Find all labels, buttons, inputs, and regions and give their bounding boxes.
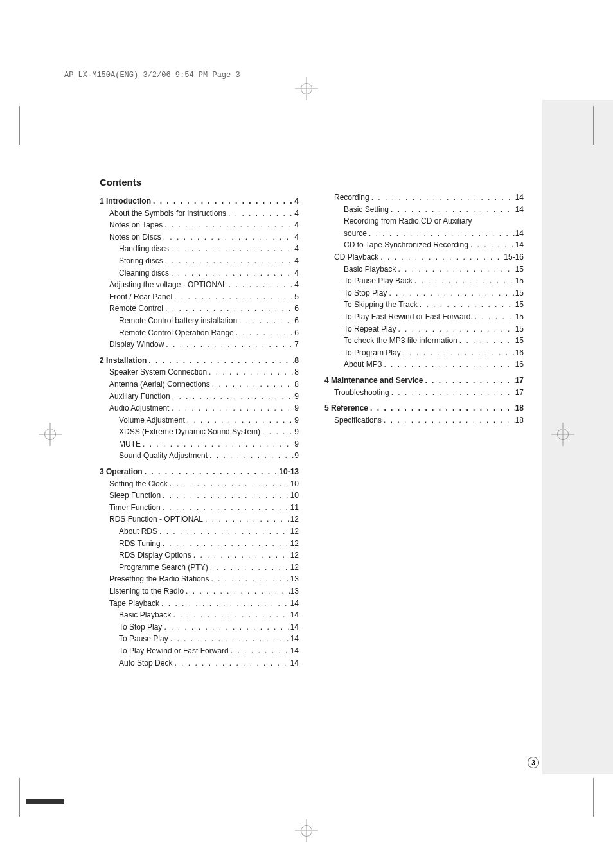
toc-line: Basic Setting14: [324, 204, 524, 216]
toc-label: About RDS: [119, 526, 157, 538]
toc-page: 18: [515, 414, 524, 427]
toc-page: 15-16: [504, 251, 524, 263]
toc-line: Storing discs4: [100, 255, 299, 267]
toc-dots: [143, 466, 280, 478]
toc-label: Display Window: [109, 339, 164, 351]
toc-section-label: 2 Installation: [100, 355, 147, 367]
toc-page: 6: [294, 327, 299, 339]
toc-dots: [389, 204, 515, 216]
toc-label: Programme Search (PTY): [119, 562, 208, 574]
toc-page: 9: [294, 426, 299, 438]
toc-dots: [458, 335, 515, 347]
toc-line: To check the MP3 file information15: [324, 335, 524, 347]
toc-label: To Program Play: [344, 347, 401, 359]
toc-line: Basic Playback15: [324, 263, 524, 276]
toc-page: 17: [515, 387, 524, 399]
registration-mark: [295, 77, 318, 100]
toc-line: Auto Stop Deck14: [100, 657, 299, 669]
toc-page: 15: [515, 275, 524, 287]
toc-page: 4: [294, 195, 299, 208]
toc-page: 9: [294, 391, 299, 403]
toc-dots: [234, 327, 295, 339]
toc-section: 1 Introduction4: [100, 195, 299, 208]
toc-dots: [468, 239, 515, 251]
toc-label: Sound Quality Adjustment: [119, 450, 208, 462]
toc-line: To Play Rewind or Fast Forward14: [100, 645, 299, 657]
toc-line: Antenna (Aerial) Connections8: [100, 378, 299, 391]
toc-page: 13: [290, 585, 299, 598]
toc-label: Auxiliary Function: [109, 391, 170, 403]
toc-section: 3 Operation10-13: [100, 466, 299, 478]
toc-label: source: [344, 227, 367, 240]
toc-label: Remote Control battery installation: [119, 315, 237, 327]
toc-line: Listening to the Radio13: [100, 585, 299, 598]
toc-label: Front / Rear Panel: [109, 291, 172, 303]
toc-page: 8: [294, 355, 299, 367]
toc-line: To Program Play16: [324, 347, 524, 359]
toc-page: 12: [290, 562, 299, 574]
toc-line: RDS Tuning12: [100, 538, 299, 550]
toc-label: To Pause Play Back: [344, 275, 413, 287]
toc-label: Timer Function: [109, 502, 161, 514]
toc-line: XDSS (Extreme Dynamic Sound System)9: [100, 426, 299, 438]
toc-label: Listening to the Radio: [109, 585, 184, 598]
toc-line: Recording14: [324, 191, 524, 204]
toc-dots: [260, 426, 294, 438]
toc-dots: [203, 513, 290, 526]
toc-line: Specifications18: [324, 414, 524, 427]
toc-line: Audio Adjustment9: [100, 402, 299, 414]
toc-line: RDS Display Options12: [100, 549, 299, 562]
toc-page: 16: [515, 347, 524, 359]
toc-label: Tape Playback: [109, 598, 159, 610]
toc-dots: [413, 275, 515, 287]
toc-page: 14: [290, 645, 299, 657]
toc-section-label: 3 Operation: [100, 466, 143, 478]
toc-page: 12: [290, 526, 299, 538]
toc-dots: [151, 195, 294, 208]
toc-label: About the Symbols for instructions: [109, 208, 226, 220]
toc-label: CD Playback: [334, 251, 378, 263]
registration-mark: [295, 819, 318, 842]
toc-line: To Stop Play15: [324, 287, 524, 299]
toc-section-label: 4 Maintenance and Service: [324, 375, 423, 387]
toc-dots: [162, 621, 290, 633]
toc-label: To Repeat Play: [344, 323, 396, 335]
toc-line: CD to Tape Synchronized Recording14: [324, 239, 524, 251]
toc-line: Tape Playback14: [100, 598, 299, 610]
toc-line: Setting the Clock10: [100, 478, 299, 490]
toc-page: 12: [290, 538, 299, 550]
toc-label: Storing discs: [119, 255, 163, 267]
toc-dots: [169, 267, 294, 279]
toc-line: Sleep Function10: [100, 490, 299, 502]
toc-label: Audio Adjustment: [109, 402, 169, 414]
registration-mark: [551, 423, 574, 446]
toc-page: 14: [515, 227, 524, 240]
toc-page: 15: [515, 323, 524, 335]
toc-dots: [185, 414, 295, 427]
toc-line: source14: [344, 227, 524, 240]
toc-line: To Pause Play Back15: [324, 275, 524, 287]
toc-dots: [396, 323, 515, 335]
page-number-text: 3: [531, 759, 535, 766]
toc-label: Remote Control Operation Range: [119, 327, 234, 339]
toc-page: 9: [294, 402, 299, 414]
toc-line: Front / Rear Panel5: [100, 291, 299, 303]
toc-dots: [382, 359, 515, 371]
toc-label: XDSS (Extreme Dynamic Sound System): [119, 426, 260, 438]
contents-title: Contents: [100, 177, 524, 188]
toc-line: To Pause Play14: [100, 633, 299, 645]
toc-page: 11: [290, 502, 299, 514]
toc-dots: [168, 633, 290, 645]
toc-dots: [401, 347, 515, 359]
toc-dots: [210, 378, 295, 391]
toc-dots: [141, 438, 294, 450]
toc-line: Remote Control6: [100, 303, 299, 315]
toc-line: About the Symbols for instructions4: [100, 208, 299, 220]
toc-dots: [168, 478, 290, 490]
toc-page: 15: [515, 311, 524, 323]
toc-page: 14: [290, 598, 299, 610]
toc-page: 10-13: [279, 466, 299, 478]
toc-page: 10: [290, 478, 299, 490]
toc-dots: [208, 450, 294, 462]
crop-mark: [581, 778, 594, 817]
